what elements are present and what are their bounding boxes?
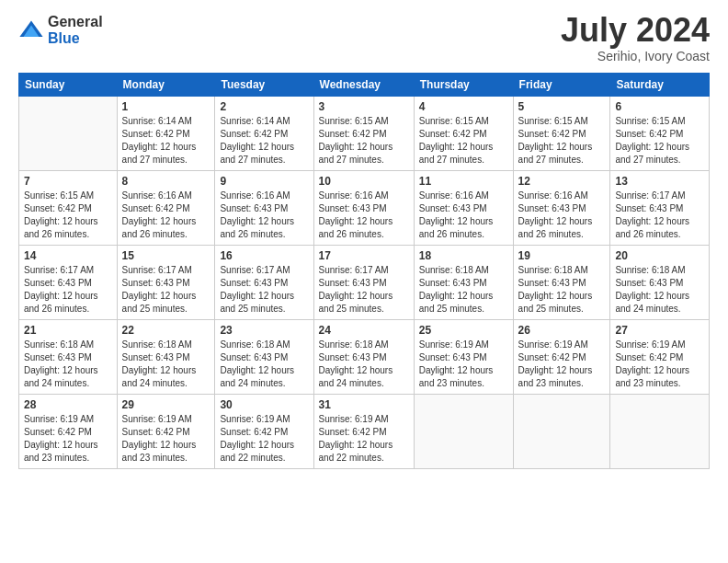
calendar-cell: 7Sunrise: 6:15 AM Sunset: 6:42 PM Daylig… bbox=[19, 171, 118, 246]
day-info: Sunrise: 6:18 AM Sunset: 6:43 PM Dayligh… bbox=[122, 339, 210, 390]
day-info: Sunrise: 6:19 AM Sunset: 6:42 PM Dayligh… bbox=[220, 413, 308, 465]
calendar-cell: 6Sunrise: 6:15 AM Sunset: 6:42 PM Daylig… bbox=[610, 97, 710, 171]
day-number: 12 bbox=[518, 175, 606, 188]
day-info: Sunrise: 6:14 AM Sunset: 6:42 PM Dayligh… bbox=[122, 115, 210, 167]
day-info: Sunrise: 6:15 AM Sunset: 6:42 PM Dayligh… bbox=[24, 190, 112, 241]
day-info: Sunrise: 6:15 AM Sunset: 6:42 PM Dayligh… bbox=[615, 115, 704, 167]
calendar-week-row: 7Sunrise: 6:15 AM Sunset: 6:42 PM Daylig… bbox=[19, 171, 710, 246]
day-info: Sunrise: 6:18 AM Sunset: 6:43 PM Dayligh… bbox=[518, 264, 606, 316]
day-number: 8 bbox=[122, 175, 210, 188]
day-number: 6 bbox=[615, 100, 704, 113]
calendar-cell: 15Sunrise: 6:17 AM Sunset: 6:43 PM Dayli… bbox=[117, 246, 215, 320]
day-info: Sunrise: 6:17 AM Sunset: 6:43 PM Dayligh… bbox=[220, 264, 308, 316]
calendar-cell: 9Sunrise: 6:16 AM Sunset: 6:43 PM Daylig… bbox=[215, 171, 313, 246]
day-number: 31 bbox=[319, 398, 409, 411]
day-number: 14 bbox=[24, 249, 112, 262]
header: General Blue July 2024 Serihio, Ivory Co… bbox=[18, 14, 710, 63]
calendar-cell: 4Sunrise: 6:15 AM Sunset: 6:42 PM Daylig… bbox=[414, 97, 513, 171]
day-number: 21 bbox=[24, 324, 112, 337]
logo: General Blue bbox=[18, 14, 103, 46]
calendar-week-row: 21Sunrise: 6:18 AM Sunset: 6:43 PM Dayli… bbox=[19, 320, 710, 395]
header-wednesday: Wednesday bbox=[313, 74, 414, 97]
day-info: Sunrise: 6:18 AM Sunset: 6:43 PM Dayligh… bbox=[220, 339, 308, 390]
day-info: Sunrise: 6:16 AM Sunset: 6:42 PM Dayligh… bbox=[122, 190, 210, 241]
calendar-cell: 31Sunrise: 6:19 AM Sunset: 6:42 PM Dayli… bbox=[313, 395, 414, 469]
calendar-cell: 24Sunrise: 6:18 AM Sunset: 6:43 PM Dayli… bbox=[313, 320, 414, 395]
title-section: July 2024 Serihio, Ivory Coast bbox=[561, 14, 710, 63]
day-number: 30 bbox=[220, 398, 308, 411]
day-number: 24 bbox=[319, 324, 409, 337]
logo-icon bbox=[18, 17, 44, 43]
calendar-cell: 1Sunrise: 6:14 AM Sunset: 6:42 PM Daylig… bbox=[117, 97, 215, 171]
day-number: 15 bbox=[122, 249, 210, 262]
calendar-cell: 2Sunrise: 6:14 AM Sunset: 6:42 PM Daylig… bbox=[215, 97, 313, 171]
calendar-cell: 19Sunrise: 6:18 AM Sunset: 6:43 PM Dayli… bbox=[513, 246, 610, 320]
logo-general: General bbox=[48, 14, 103, 30]
day-info: Sunrise: 6:16 AM Sunset: 6:43 PM Dayligh… bbox=[319, 190, 409, 241]
calendar-cell: 17Sunrise: 6:17 AM Sunset: 6:43 PM Dayli… bbox=[313, 246, 414, 320]
day-number: 18 bbox=[419, 249, 508, 262]
day-info: Sunrise: 6:17 AM Sunset: 6:43 PM Dayligh… bbox=[122, 264, 210, 316]
day-info: Sunrise: 6:15 AM Sunset: 6:42 PM Dayligh… bbox=[319, 115, 409, 167]
day-number: 22 bbox=[122, 324, 210, 337]
day-number: 19 bbox=[518, 249, 606, 262]
day-number: 11 bbox=[419, 175, 508, 188]
calendar-cell: 20Sunrise: 6:18 AM Sunset: 6:43 PM Dayli… bbox=[610, 246, 710, 320]
calendar-table: Sunday Monday Tuesday Wednesday Thursday… bbox=[18, 73, 710, 469]
day-number: 27 bbox=[615, 324, 704, 337]
day-info: Sunrise: 6:19 AM Sunset: 6:42 PM Dayligh… bbox=[319, 413, 409, 465]
day-number: 28 bbox=[24, 398, 112, 411]
day-info: Sunrise: 6:19 AM Sunset: 6:43 PM Dayligh… bbox=[419, 339, 508, 390]
calendar-week-row: 28Sunrise: 6:19 AM Sunset: 6:42 PM Dayli… bbox=[19, 395, 710, 469]
header-saturday: Saturday bbox=[610, 74, 710, 97]
header-friday: Friday bbox=[513, 74, 610, 97]
logo-blue: Blue bbox=[48, 30, 103, 47]
calendar-cell: 14Sunrise: 6:17 AM Sunset: 6:43 PM Dayli… bbox=[19, 246, 118, 320]
day-number: 3 bbox=[319, 100, 409, 113]
calendar-cell: 5Sunrise: 6:15 AM Sunset: 6:42 PM Daylig… bbox=[513, 97, 610, 171]
calendar-cell: 28Sunrise: 6:19 AM Sunset: 6:42 PM Dayli… bbox=[19, 395, 118, 469]
calendar-cell bbox=[19, 97, 118, 171]
day-number: 20 bbox=[615, 249, 704, 262]
calendar-cell: 13Sunrise: 6:17 AM Sunset: 6:43 PM Dayli… bbox=[610, 171, 710, 246]
day-info: Sunrise: 6:17 AM Sunset: 6:43 PM Dayligh… bbox=[615, 190, 704, 241]
day-number: 29 bbox=[122, 398, 210, 411]
day-info: Sunrise: 6:17 AM Sunset: 6:43 PM Dayligh… bbox=[24, 264, 112, 316]
day-number: 23 bbox=[220, 324, 308, 337]
day-info: Sunrise: 6:19 AM Sunset: 6:42 PM Dayligh… bbox=[24, 413, 112, 465]
calendar-cell: 29Sunrise: 6:19 AM Sunset: 6:42 PM Dayli… bbox=[117, 395, 215, 469]
calendar-cell: 11Sunrise: 6:16 AM Sunset: 6:43 PM Dayli… bbox=[414, 171, 513, 246]
day-info: Sunrise: 6:19 AM Sunset: 6:42 PM Dayligh… bbox=[615, 339, 704, 390]
header-tuesday: Tuesday bbox=[215, 74, 313, 97]
day-info: Sunrise: 6:16 AM Sunset: 6:43 PM Dayligh… bbox=[220, 190, 308, 241]
calendar-week-row: 1Sunrise: 6:14 AM Sunset: 6:42 PM Daylig… bbox=[19, 97, 710, 171]
day-number: 16 bbox=[220, 249, 308, 262]
header-thursday: Thursday bbox=[414, 74, 513, 97]
logo-text: General Blue bbox=[48, 14, 103, 46]
month-title: July 2024 bbox=[561, 14, 710, 47]
calendar-cell: 22Sunrise: 6:18 AM Sunset: 6:43 PM Dayli… bbox=[117, 320, 215, 395]
day-number: 26 bbox=[518, 324, 606, 337]
day-number: 9 bbox=[220, 175, 308, 188]
calendar-cell bbox=[414, 395, 513, 469]
calendar-week-row: 14Sunrise: 6:17 AM Sunset: 6:43 PM Dayli… bbox=[19, 246, 710, 320]
day-info: Sunrise: 6:18 AM Sunset: 6:43 PM Dayligh… bbox=[24, 339, 112, 390]
day-info: Sunrise: 6:18 AM Sunset: 6:43 PM Dayligh… bbox=[615, 264, 704, 316]
day-info: Sunrise: 6:14 AM Sunset: 6:42 PM Dayligh… bbox=[220, 115, 308, 167]
calendar-cell: 12Sunrise: 6:16 AM Sunset: 6:43 PM Dayli… bbox=[513, 171, 610, 246]
calendar-cell: 30Sunrise: 6:19 AM Sunset: 6:42 PM Dayli… bbox=[215, 395, 313, 469]
calendar-cell: 18Sunrise: 6:18 AM Sunset: 6:43 PM Dayli… bbox=[414, 246, 513, 320]
day-number: 7 bbox=[24, 175, 112, 188]
day-info: Sunrise: 6:15 AM Sunset: 6:42 PM Dayligh… bbox=[518, 115, 606, 167]
day-number: 5 bbox=[518, 100, 606, 113]
day-number: 25 bbox=[419, 324, 508, 337]
calendar-cell: 21Sunrise: 6:18 AM Sunset: 6:43 PM Dayli… bbox=[19, 320, 118, 395]
day-number: 4 bbox=[419, 100, 508, 113]
calendar-cell: 3Sunrise: 6:15 AM Sunset: 6:42 PM Daylig… bbox=[313, 97, 414, 171]
day-number: 2 bbox=[220, 100, 308, 113]
header-monday: Monday bbox=[117, 74, 215, 97]
calendar-header-row: Sunday Monday Tuesday Wednesday Thursday… bbox=[19, 74, 710, 97]
calendar-cell: 23Sunrise: 6:18 AM Sunset: 6:43 PM Dayli… bbox=[215, 320, 313, 395]
calendar-cell bbox=[513, 395, 610, 469]
day-info: Sunrise: 6:18 AM Sunset: 6:43 PM Dayligh… bbox=[419, 264, 508, 316]
